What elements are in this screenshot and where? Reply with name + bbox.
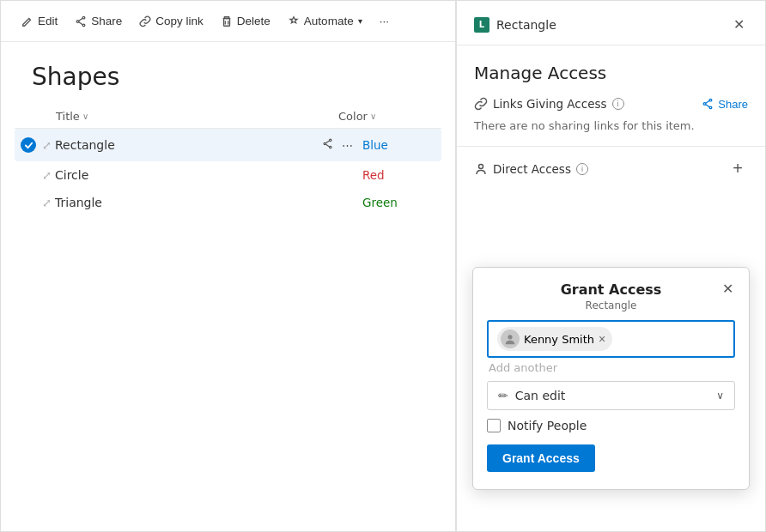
svg-rect-5 [223,18,229,26]
automate-label: Automate [304,15,354,27]
table-area: Title ∨ Color ∨ ⤢ Rectangle [1,105,455,216]
col-color-header: Color ∨ [338,110,407,123]
automate-chevron-icon: ▾ [358,16,362,26]
popup-header: Grant Access Rectangle ✕ [473,268,749,320]
row-name: ⤢ Triangle [42,196,362,209]
no-links-text: There are no sharing links for this item… [474,119,748,132]
person-icon [474,162,488,176]
row-color: Blue [362,138,431,152]
svg-point-16 [479,164,483,168]
edit-button[interactable]: Edit [15,9,64,33]
item-link-icon: ⤢ [42,139,52,152]
table-header: Title ∨ Color ∨ [15,105,441,129]
notify-label: Notify People [508,419,587,432]
person-tag: Kenny Smith × [497,327,612,351]
copy-link-label: Copy link [155,15,204,27]
permission-left: ✏️ Can edit [498,389,565,402]
svg-line-4 [79,21,82,24]
svg-point-2 [76,20,79,22]
pencil-icon: ✏️ [498,389,508,402]
row-color: Red [362,168,431,182]
manage-access-title: Manage Access [457,45,765,97]
svg-point-8 [324,142,325,144]
person-name: Kenny Smith [524,333,594,346]
left-panel: Edit Share Copy link Delete [1,1,456,531]
page-title: Shapes [32,63,424,91]
row-more-button[interactable]: ⋯ [339,136,356,154]
table-row[interactable]: ⤢ Rectangle ⋯ Blue [15,129,441,161]
row-name-text: Circle [55,168,88,182]
permission-label: Can edit [515,389,566,402]
col-title-header: Title ∨ [56,110,338,123]
color-sort-icon: ∨ [370,112,376,121]
svg-line-3 [79,18,82,21]
grant-access-popup: Grant Access Rectangle ✕ Kenny Smith × A… [472,267,750,490]
tag-remove-button[interactable]: × [599,333,605,345]
row-share-button[interactable] [319,136,336,154]
row-name: ⤢ Circle [42,168,362,182]
more-label: ··· [380,15,389,27]
direct-access-info-icon: i [576,163,588,175]
person-avatar [501,329,520,348]
toolbar: Edit Share Copy link Delete [1,1,455,42]
avatar-icon [504,333,516,345]
title-sort-icon: ∨ [82,112,88,121]
svg-point-1 [82,24,85,27]
svg-point-13 [703,103,706,106]
notify-row: Notify People [487,419,735,432]
links-section-header: Links Giving Access i Share [474,97,748,111]
right-panel: L Rectangle ✕ Manage Access Links Giving… [456,1,765,531]
copy-link-button[interactable]: Copy link [132,9,210,33]
direct-access-label: Direct Access i [474,162,588,176]
links-share-button[interactable]: Share [702,98,748,111]
svg-line-14 [706,100,709,103]
permission-dropdown[interactable]: ✏️ Can edit ∨ [487,381,735,410]
people-field[interactable]: Kenny Smith × [487,320,735,358]
automate-button[interactable]: Automate ▾ [281,9,369,33]
row-actions: ⋯ [319,136,356,154]
row-name-text: Triangle [55,196,102,209]
svg-point-6 [330,139,331,141]
link-icon [474,97,488,111]
row-checkbox[interactable] [15,137,42,153]
panel-close-button[interactable]: ✕ [730,13,748,36]
grant-access-button[interactable]: Grant Access [487,444,595,472]
svg-point-0 [82,16,85,19]
row-name-text: Rectangle [55,138,115,152]
popup-close-button[interactable]: ✕ [717,278,739,299]
panel-header: L Rectangle ✕ [457,1,765,45]
svg-point-17 [508,335,512,339]
more-button[interactable]: ··· [373,9,396,33]
table-row[interactable]: ⤢ Triangle Green [15,189,441,216]
page-title-area: Shapes [1,42,455,105]
add-access-button[interactable]: + [727,157,748,180]
delete-label: Delete [237,15,271,27]
item-link-icon: ⤢ [42,196,52,209]
table-row[interactable]: ⤢ Circle Red [15,161,441,189]
share-button[interactable]: Share [68,9,129,33]
popup-subtitle: Rectangle [586,299,637,311]
share-icon [702,98,714,110]
delete-button[interactable]: Delete [214,9,277,33]
links-label: Links Giving Access i [474,97,624,111]
svg-line-10 [325,144,329,147]
share-label: Share [91,15,122,27]
direct-access-row: Direct Access i + [457,146,765,187]
links-label-text: Links Giving Access [493,97,607,111]
notify-checkbox[interactable] [487,419,501,432]
svg-line-15 [706,105,709,107]
svg-point-7 [330,146,331,148]
row-color: Green [362,196,431,209]
svg-point-12 [709,106,712,109]
links-info-icon: i [612,98,624,110]
chevron-down-icon: ∨ [716,390,724,402]
svg-line-9 [325,141,329,143]
popup-title: Grant Access [561,281,662,298]
check-circle-icon [21,137,36,153]
panel-title-row: L Rectangle [474,17,556,33]
item-link-icon: ⤢ [42,169,52,182]
panel-item-name: Rectangle [496,18,556,32]
row-name: ⤢ Rectangle [42,138,319,152]
add-another-label: Add another [489,361,733,374]
svg-point-11 [709,99,712,101]
